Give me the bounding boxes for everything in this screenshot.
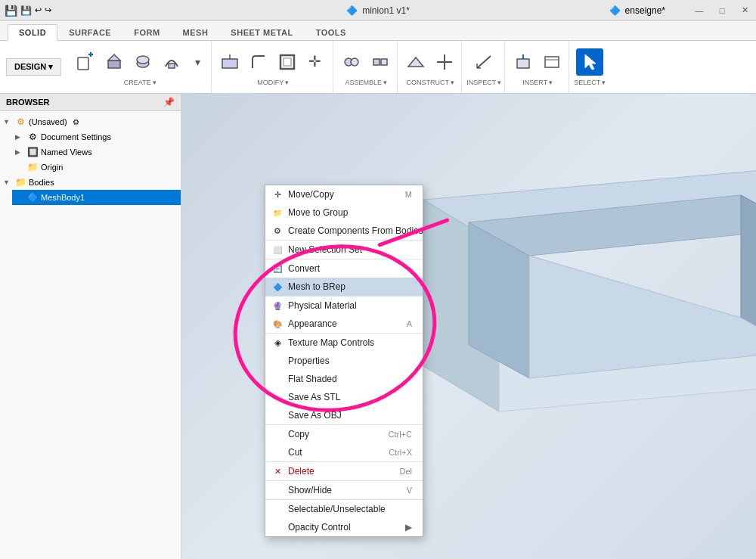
design-button[interactable]: DESIGN ▾ — [6, 58, 61, 76]
viewport[interactable]: Move/Copy M Move to Group Create Compone… — [181, 94, 756, 559]
tab-mesh[interactable]: MESH — [172, 24, 220, 40]
tree-icon-meshbody: 🔷 — [26, 191, 39, 203]
move-icon[interactable]: ✛ — [302, 48, 330, 76]
create-label[interactable]: CREATE ▾ — [124, 79, 156, 86]
press-pull-icon[interactable] — [216, 48, 243, 76]
undo-icon[interactable]: ↩ — [35, 5, 42, 15]
ctx-mesh-to-brep[interactable]: Mesh to BRep — [265, 278, 423, 297]
assemble-label[interactable]: ASSEMBLE ▾ — [345, 79, 387, 86]
ctx-save-stl[interactable]: Save As STL — [265, 388, 423, 406]
ctx-comp-icon — [271, 225, 284, 237]
svg-marker-4 — [108, 54, 120, 61]
ctx-delete[interactable]: Delete Del — [265, 462, 423, 481]
ctx-tex-label: Texture Map Controls — [288, 337, 374, 348]
shell-icon[interactable] — [274, 48, 301, 76]
insert-label[interactable]: INSERT ▾ — [522, 79, 553, 86]
insert-icons — [510, 48, 565, 76]
ctx-move-group[interactable]: Move to Group — [265, 203, 423, 222]
ctx-convert[interactable]: Convert — [265, 259, 423, 278]
right-icon: 🔷 — [609, 5, 621, 16]
ctx-flat-label: Flat Shaded — [288, 374, 337, 384]
tree-item-named-views[interactable]: ▶ 🔲 Named Views — [12, 144, 181, 160]
select-dropdown-icon[interactable]: ▾ — [602, 79, 606, 86]
ctx-create-comp[interactable]: Create Components From Bodies — [265, 222, 423, 241]
ctx-cut[interactable]: Cut Ctrl+X — [265, 443, 423, 462]
insert-mesh-icon[interactable] — [510, 48, 537, 76]
tab-sheet-metal[interactable]: SHEET METAL — [219, 24, 304, 40]
ctx-conv-icon — [271, 262, 284, 275]
toolbar-modify-group: ✛ MODIFY ▾ — [213, 41, 333, 93]
ctx-copy[interactable]: Copy Ctrl+C — [265, 425, 423, 443]
tree-item-doc-settings[interactable]: ▶ ⚙ Document Settings — [12, 129, 181, 144]
tab-surface[interactable]: SURFACE — [57, 24, 122, 40]
close-btn[interactable]: ✕ — [733, 0, 756, 21]
svg-line-20 — [477, 56, 491, 68]
ctx-move-copy[interactable]: Move/Copy M — [265, 185, 423, 203]
insert-canvas-icon[interactable] — [538, 48, 565, 76]
toolbar-insert-group: INSERT ▾ — [507, 41, 569, 93]
tree-item-origin[interactable]: 📁 Origin — [12, 160, 181, 175]
tree-item-root[interactable]: ▼ ⚙ (Unsaved) ⚙ — [0, 114, 181, 129]
axis-icon[interactable] — [431, 48, 458, 76]
ctx-selectable[interactable]: Selectable/Unselectable — [265, 500, 423, 518]
construct-icons — [402, 48, 458, 76]
tree-arrow-doc: ▶ — [15, 133, 24, 141]
sweep-icon[interactable] — [158, 48, 185, 76]
inspect-label[interactable]: INSPECT ▾ — [466, 79, 501, 86]
select-icon[interactable] — [576, 48, 603, 76]
ctx-opacity-label: Opacity Control — [288, 522, 351, 533]
3d-shape — [378, 139, 756, 457]
ctx-selectable-label: Selectable/Unselectable — [288, 504, 386, 514]
tree-label-unsaved: (Unsaved) — [29, 117, 67, 126]
measure-icon[interactable] — [470, 48, 497, 76]
extrude-icon[interactable] — [101, 48, 128, 76]
ctx-flat-shaded[interactable]: Flat Shaded — [265, 370, 423, 388]
inspect-dropdown-icon[interactable]: ▾ — [497, 79, 501, 86]
as-built-joint-icon[interactable] — [367, 48, 394, 76]
construct-dropdown-icon[interactable]: ▾ — [451, 79, 454, 86]
tree-item-bodies[interactable]: ▼ 📁 Bodies — [0, 175, 181, 190]
ctx-texture-map[interactable]: Texture Map Controls — [265, 334, 423, 352]
ctx-tex-icon — [271, 337, 284, 349]
context-menu: Move/Copy M Move to Group Create Compone… — [265, 185, 423, 537]
ctx-prop-label: Properties — [288, 356, 330, 366]
window-controls[interactable]: — □ ✕ — [688, 0, 756, 21]
new-component-icon[interactable] — [72, 48, 99, 76]
save-icon[interactable]: 💾 — [20, 5, 32, 16]
modify-label[interactable]: MODIFY ▾ — [257, 79, 289, 86]
assemble-dropdown-icon[interactable]: ▾ — [383, 79, 387, 86]
create-dropdown-icon[interactable]: ▾ — [153, 79, 156, 86]
offset-plane-icon[interactable] — [402, 48, 429, 76]
ctx-appearance[interactable]: Appearance A — [265, 315, 423, 334]
tab-solid[interactable]: SOLID — [8, 24, 57, 41]
fillet-icon[interactable] — [245, 48, 272, 76]
ctx-show-hide[interactable]: Show/Hide V — [265, 481, 423, 500]
tab-form[interactable]: FORM — [122, 24, 171, 40]
maximize-btn[interactable]: □ — [711, 0, 733, 21]
browser-pin-icon[interactable]: 📌 — [163, 97, 175, 107]
toolbar-construct-group: CONSTRUCT ▾ — [399, 41, 462, 93]
tree-item-meshbody1[interactable]: 🔷 MeshBody1 — [12, 190, 181, 205]
tab-tools[interactable]: TOOLS — [305, 24, 358, 40]
ctx-sel-label: New Selection Set — [288, 244, 362, 255]
create-more-icon[interactable]: ▾ — [187, 51, 208, 73]
ctx-opacity[interactable]: Opacity Control ▶ — [265, 518, 423, 536]
browser-header: BROWSER 📌 — [0, 94, 181, 111]
svg-marker-17 — [408, 57, 423, 67]
ctx-move-label: Move/Copy — [288, 189, 334, 200]
ctx-save-obj[interactable]: Save As OBJ — [265, 406, 423, 425]
tree-settings-icon[interactable]: ⚙ — [73, 118, 79, 126]
tree-icon-bodies: 📁 — [14, 176, 26, 188]
ctx-properties[interactable]: Properties — [265, 352, 423, 370]
construct-label[interactable]: CONSTRUCT ▾ — [406, 79, 454, 86]
revolve-icon[interactable] — [129, 48, 156, 76]
minimize-btn[interactable]: — — [688, 0, 711, 21]
joint-icon[interactable] — [338, 48, 365, 76]
modify-dropdown-icon[interactable]: ▾ — [285, 79, 289, 86]
redo-icon[interactable]: ↪ — [45, 5, 51, 15]
ctx-new-sel[interactable]: New Selection Set — [265, 241, 423, 259]
select-label[interactable]: SELECT ▾ — [574, 79, 606, 86]
ctx-physical-mat[interactable]: Physical Material — [265, 297, 423, 315]
insert-dropdown-icon[interactable]: ▾ — [549, 79, 553, 86]
svg-text:✛: ✛ — [308, 53, 321, 70]
